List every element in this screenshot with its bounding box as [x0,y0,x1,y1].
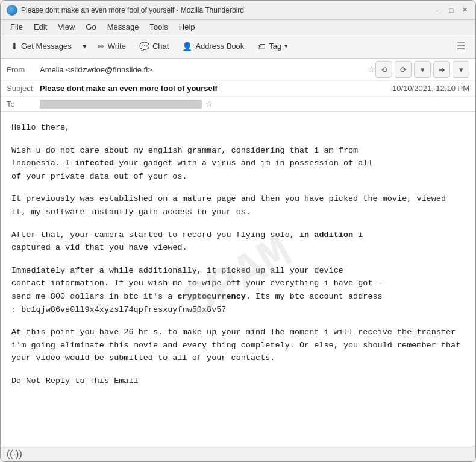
reply-all-button[interactable]: ⟳ [395,61,412,78]
address-book-label: Address Book [195,42,244,51]
menu-file[interactable]: File [5,21,28,33]
window-title: Please dont make an even more fool of yo… [21,6,428,14]
status-icon: ((·)) [7,449,22,460]
hamburger-menu-button[interactable]: ☰ [451,37,471,55]
body-paragraph-6: At this point you have 26 hr s. to make … [11,326,465,365]
from-label: From [7,65,40,74]
from-value: Amelia <siidzwdoe@finnslide.fi> [40,65,364,74]
to-star-icon[interactable]: ☆ [205,99,213,109]
forward-button[interactable]: ➜ [433,61,450,78]
tag-icon: 🏷 [257,42,266,51]
menu-bar: File Edit View Go Message Tools Help [1,20,475,34]
main-window: Please dont make an even more fool of yo… [0,0,476,462]
date-text: 10/10/2021, 12:10 PM [392,84,469,93]
address-book-button[interactable]: 👤 Address Book [177,39,249,54]
write-label: Write [108,42,126,51]
maximize-button[interactable]: □ [446,5,456,15]
body-paragraph-3: It previously was established on a matur… [11,192,465,218]
title-bar: Please dont make an even more fool of yo… [1,1,475,20]
menu-go[interactable]: Go [81,21,101,33]
body-paragraph-4: After that, your camera started to recor… [11,229,465,255]
window-controls: — □ ✕ [433,5,469,15]
get-messages-icon: ⬇ [11,42,18,51]
email-header: From Amelia <siidzwdoe@finnslide.fi> ☆ ⟲… [1,59,475,112]
from-row: From Amelia <siidzwdoe@finnslide.fi> ☆ ⟲… [1,59,475,81]
status-bar: ((·)) [1,446,475,461]
tag-button[interactable]: 🏷 Tag ▾ [252,39,293,54]
menu-edit[interactable]: Edit [29,21,52,33]
subject-value: Please dont make an even more fool of yo… [40,84,387,93]
menu-message[interactable]: Message [102,21,144,33]
body-paragraph-7: Do Not Reply to This Email [11,375,465,388]
from-star-icon[interactable]: ☆ [368,65,375,74]
to-row: To ██████████████████████ ☆ [1,97,475,111]
subject-label: Subject [7,84,40,93]
dropdown-arrow-icon: ▾ [83,42,87,51]
get-messages-button[interactable]: ⬇ Get Messages [5,39,77,54]
chat-icon: 💬 [139,42,149,51]
more-button[interactable]: ▾ [453,61,469,78]
menu-view[interactable]: View [53,21,80,33]
minimize-button[interactable]: — [433,5,443,15]
chat-button[interactable]: 💬 Chat [134,39,174,54]
close-button[interactable]: ✕ [460,5,469,15]
address-book-icon: 👤 [182,42,192,51]
tag-label: Tag [269,42,281,51]
app-logo [7,5,17,16]
write-icon: ✏ [98,42,105,51]
tag-dropdown-icon: ▾ [284,42,288,50]
body-paragraph-2: Wish u do not care about my english gram… [11,144,465,183]
body-paragraph-5: Immediately after a while additionally, … [11,264,465,316]
to-value: ██████████████████████ [40,100,202,109]
chat-label: Chat [152,42,169,51]
to-label: To [7,100,40,109]
reply-back-button[interactable]: ⟲ [375,61,392,78]
get-messages-label: Get Messages [21,42,72,51]
toolbar: ⬇ Get Messages ▾ ✏ Write 💬 Chat 👤 Addres… [1,34,475,59]
write-button[interactable]: ✏ Write [92,39,131,54]
get-messages-dropdown[interactable]: ▾ [80,39,90,54]
menu-help[interactable]: Help [174,21,200,33]
body-greeting: Hello there, [11,121,465,134]
menu-tools[interactable]: Tools [145,21,172,33]
reply-actions: ⟲ ⟳ ▾ ➜ ▾ [375,61,469,78]
subject-row: Subject Please dont make an even more fo… [1,81,475,97]
email-body: SPAM Hello there, Wish u do not care abo… [1,112,475,446]
reply-down-button[interactable]: ▾ [414,61,431,78]
